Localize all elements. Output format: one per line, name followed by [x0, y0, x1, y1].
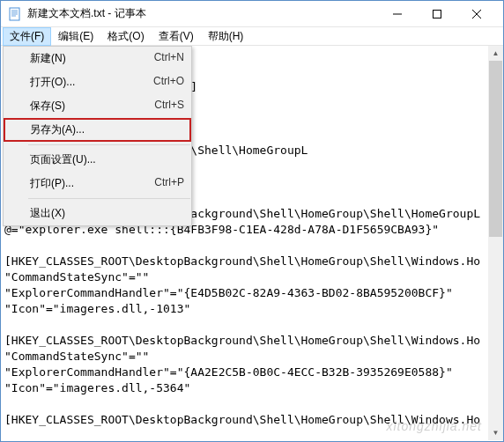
menu-item-label: 打印(P)...: [30, 176, 154, 191]
watermark-text: xitongzhijia.net: [386, 419, 482, 433]
maximize-button[interactable]: [417, 1, 456, 26]
minimize-button[interactable]: [377, 1, 417, 26]
titlebar: 新建文本文档.txt - 记事本: [1, 1, 503, 27]
menubar: 文件(F) 编辑(E) 格式(O) 查看(V) 帮助(H): [1, 27, 503, 46]
menu-separator: [28, 198, 190, 199]
menu-item-open[interactable]: 打开(O)... Ctrl+O: [4, 70, 191, 94]
menu-file[interactable]: 文件(F): [3, 27, 51, 46]
menu-help[interactable]: 帮助(H): [201, 27, 251, 46]
vertical-scrollbar[interactable]: ▲ ▼: [488, 46, 503, 440]
menu-item-label: 退出(X): [30, 206, 184, 221]
window-title: 新建文本文档.txt - 记事本: [27, 6, 377, 21]
menu-item-shortcut: Ctrl+N: [154, 51, 184, 66]
menu-item-label: 新建(N): [30, 51, 154, 66]
menu-edit[interactable]: 编辑(E): [51, 27, 100, 46]
menu-item-save[interactable]: 保存(S) Ctrl+S: [4, 94, 191, 118]
file-menu-dropdown: 新建(N) Ctrl+N 打开(O)... Ctrl+O 保存(S) Ctrl+…: [3, 46, 192, 226]
menu-item-shortcut: Ctrl+P: [154, 176, 184, 191]
scroll-down-icon[interactable]: ▼: [488, 425, 503, 440]
menu-separator: [28, 144, 190, 145]
svg-rect-6: [433, 10, 441, 18]
menu-item-label: 另存为(A)...: [30, 122, 184, 137]
menu-item-label: 页面设置(U)...: [30, 152, 184, 167]
menu-item-label: 保存(S): [30, 99, 154, 114]
scroll-thumb[interactable]: [489, 61, 502, 237]
menu-view[interactable]: 查看(V): [152, 27, 201, 46]
window-controls: [377, 1, 496, 26]
notepad-icon: [8, 7, 22, 21]
scroll-up-icon[interactable]: ▲: [488, 46, 503, 61]
content-area: ersion 5.00 pBackground\Shell\HomeGroup]…: [1, 46, 503, 440]
menu-item-pagesetup[interactable]: 页面设置(U)...: [4, 148, 191, 172]
menu-item-exit[interactable]: 退出(X): [4, 202, 191, 225]
menu-format[interactable]: 格式(O): [100, 27, 151, 46]
menu-item-shortcut: Ctrl+O: [153, 75, 184, 90]
close-button[interactable]: [456, 1, 496, 26]
menu-item-saveas[interactable]: 另存为(A)...: [4, 118, 191, 142]
menu-item-shortcut: Ctrl+S: [154, 99, 184, 114]
menu-item-new[interactable]: 新建(N) Ctrl+N: [4, 47, 191, 70]
menu-item-label: 打开(O)...: [30, 75, 153, 90]
menu-item-print[interactable]: 打印(P)... Ctrl+P: [4, 172, 191, 195]
